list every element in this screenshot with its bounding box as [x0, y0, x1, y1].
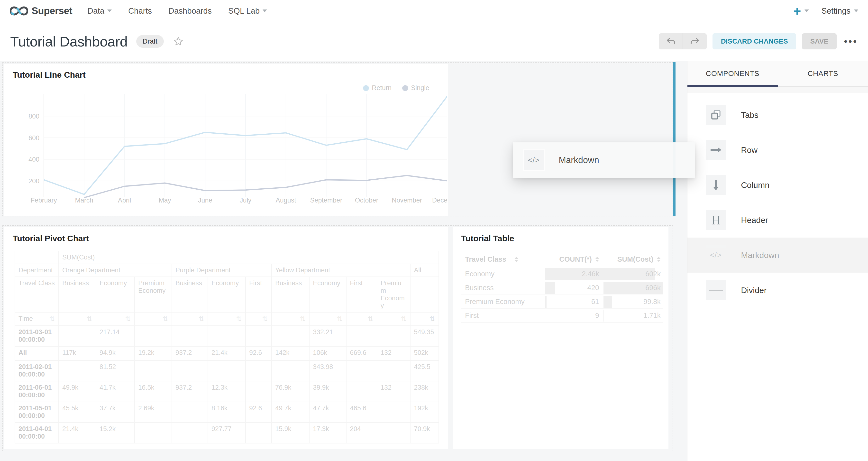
pivot-cell	[377, 361, 410, 381]
table-cell-sum: 1.71k	[603, 309, 663, 322]
pivot-department-header: Yellow Department	[272, 264, 410, 277]
pivot-cell: 502k	[410, 346, 439, 361]
chart-title: Tutorial Line Chart	[13, 70, 86, 80]
column-header-sum-cost[interactable]: SUM(Cost)	[603, 252, 663, 267]
sort-icon[interactable]	[515, 257, 518, 262]
sort-icon[interactable]: ⇅	[87, 315, 92, 323]
pivot-cell	[172, 361, 208, 381]
pivot-sort-cell: ⇅	[172, 312, 208, 326]
dashboard-canvas: Tutorial Line Chart ReturnSingle 2004006…	[0, 61, 687, 461]
sort-icon[interactable]: ⇅	[401, 315, 407, 323]
sort-icon[interactable]: ⇅	[162, 315, 168, 323]
series-line-single	[84, 176, 447, 197]
pivot-cell: 81.52	[96, 361, 134, 381]
component-label: Column	[741, 180, 770, 190]
sort-icon[interactable]: ⇅	[262, 315, 268, 323]
nav-item-data[interactable]: Data	[87, 6, 112, 16]
sort-icon[interactable]: ⇅	[236, 315, 242, 323]
undo-button[interactable]	[659, 33, 683, 50]
line-chart-card[interactable]: Tutorial Line Chart ReturnSingle 2004006…	[4, 64, 448, 216]
pivot-class-header: Premium Economy	[377, 277, 410, 312]
tab-components[interactable]: COMPONENTS	[687, 61, 778, 86]
component-item-header[interactable]: HHeader	[687, 203, 868, 238]
pivot-chart-card[interactable]: Tutorial Pivot Chart SUM(Cost)Department…	[4, 227, 448, 449]
pivot-cell: 549.35	[410, 326, 439, 346]
sort-icon[interactable]: ⇅	[50, 315, 55, 323]
column-header-count[interactable]: COUNT(*)	[545, 252, 603, 267]
pivot-cell	[134, 326, 172, 346]
sort-icon[interactable]: ⇅	[198, 315, 204, 323]
sort-icon[interactable]: ⇅	[125, 315, 131, 323]
drop-indicator-line	[673, 62, 676, 216]
tab-charts[interactable]: CHARTS	[778, 61, 868, 86]
line-chart-plot: 200400600800FebruaryMarchAprilMayJuneJul…	[12, 88, 447, 207]
pivot-cell: 47.7k	[309, 402, 346, 423]
pivot-cell	[377, 423, 410, 443]
discard-changes-button[interactable]: DISCARD CHANGES	[713, 33, 796, 50]
svg-text:800: 800	[28, 113, 39, 120]
component-item-column[interactable]: Column	[687, 167, 868, 203]
pivot-sort-cell: ⇅	[59, 312, 96, 326]
nav-item-sql-lab[interactable]: SQL Lab	[228, 6, 267, 16]
pivot-cell: 204	[346, 423, 377, 443]
tabs-icon	[706, 105, 726, 125]
sort-icon[interactable]: ⇅	[337, 315, 343, 323]
more-options-button[interactable]: •••	[844, 36, 858, 47]
pivot-cell	[377, 402, 410, 423]
sort-icon[interactable]: ⇅	[300, 315, 306, 323]
pivot-cell: 49.9k	[59, 381, 96, 402]
svg-text:200: 200	[28, 178, 39, 185]
sort-icon[interactable]	[595, 257, 599, 262]
table-cell-class: First	[461, 309, 545, 322]
component-item-divider[interactable]: Divider	[687, 273, 868, 308]
page-title[interactable]: Tutorial Dashboard	[10, 33, 127, 50]
sort-icon[interactable]: ⇅	[430, 315, 435, 323]
pivot-row: 2011-02-01 00:00:0081.52343.98425.5	[15, 361, 439, 381]
pivot-cell	[272, 361, 309, 381]
pivot-department-header: Purple Department	[172, 264, 272, 277]
pivot-sort-cell: ⇅	[309, 312, 346, 326]
pivot-sort-cell: ⇅	[134, 312, 172, 326]
pivot-cell: 76.9k	[272, 381, 309, 402]
svg-text:August: August	[276, 197, 297, 204]
pivot-class-header: First	[346, 277, 377, 312]
pivot-cell: 21.4k	[208, 346, 246, 361]
chart-title: Tutorial Table	[461, 234, 514, 243]
pivot-cell: 927.77	[208, 423, 246, 443]
pivot-travel-class-header: Travel Class	[15, 277, 59, 312]
pivot-cell: 94.9k	[96, 346, 134, 361]
pivot-row-label: 2011-05-01 00:00:00	[15, 402, 59, 423]
pivot-department-header: Department	[15, 264, 59, 277]
table-chart-card[interactable]: Tutorial Table Travel ClassCOUNT(*)SUM(C…	[453, 227, 669, 449]
pivot-cell: 117k	[59, 346, 96, 361]
pivot-row: 2011-04-01 00:00:0021.4k15.2k927.7715.9k…	[15, 423, 439, 443]
pivot-row: All117k94.9k19.2k937.221.4k92.6142k106k6…	[15, 346, 439, 361]
pivot-row: 2011-03-01 00:00:00217.14332.21549.35	[15, 326, 439, 346]
component-item-row[interactable]: Row	[687, 132, 868, 167]
pivot-cell: 106k	[309, 346, 346, 361]
drag-preview-markdown[interactable]: </> Markdown	[513, 143, 695, 178]
sort-icon[interactable]	[657, 257, 661, 262]
svg-text:March: March	[75, 197, 93, 204]
column-header-travel-class[interactable]: Travel Class	[461, 252, 545, 267]
caret-down-icon	[107, 9, 112, 12]
svg-text:400: 400	[28, 156, 39, 163]
pivot-cell: 217.14	[96, 326, 134, 346]
nav-item-dashboards[interactable]: Dashboards	[168, 6, 212, 16]
pivot-class-header: Business	[272, 277, 309, 312]
new-item-button[interactable]: +	[793, 4, 809, 18]
nav-item-charts[interactable]: Charts	[128, 6, 152, 16]
redo-button[interactable]	[683, 33, 707, 50]
chart-title: Tutorial Pivot Chart	[13, 234, 89, 243]
favorite-star-icon[interactable]	[173, 36, 184, 47]
pivot-time-header[interactable]: Time⇅	[15, 312, 59, 326]
sort-icon[interactable]: ⇅	[368, 315, 373, 323]
component-item-tabs[interactable]: Tabs	[687, 97, 868, 132]
settings-menu[interactable]: Settings	[822, 6, 858, 16]
save-button[interactable]: SAVE	[802, 33, 837, 50]
pivot-cell: 15.2k	[96, 423, 134, 443]
component-item-markdown[interactable]: </>Markdown	[687, 238, 868, 273]
component-list: TabsRowColumnHHeader</>MarkdownDivider	[687, 93, 868, 308]
superset-logo[interactable]: Superset	[10, 5, 72, 17]
pivot-cell: 343.98	[309, 361, 346, 381]
